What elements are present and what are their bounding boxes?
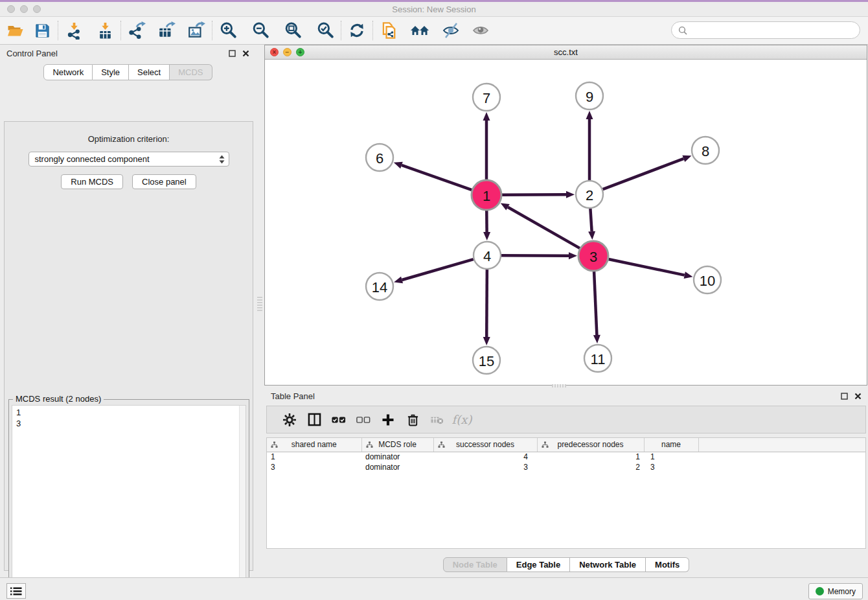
memory-button[interactable]: Memory <box>808 583 863 599</box>
column-header-successor-nodes[interactable]: successor nodes <box>433 438 537 452</box>
zoom-in-button[interactable] <box>217 19 239 41</box>
graph-edge[interactable] <box>590 209 591 231</box>
sort-icon <box>271 441 278 448</box>
apply-function-button[interactable]: f(x) <box>450 413 474 426</box>
table-row[interactable]: 1 dominator 4 1 1 <box>267 452 865 462</box>
deselect-all-button[interactable] <box>351 416 376 424</box>
table-header-row: shared name MCDS role successor nodes <box>267 438 865 452</box>
checked-boxes-icon <box>332 416 346 424</box>
tab-node-table[interactable]: Node Table <box>443 557 507 572</box>
graph-edge[interactable] <box>608 259 684 275</box>
network-window-titlebar[interactable]: × − + scc.txt <box>265 45 867 60</box>
network-close-icon[interactable]: × <box>270 48 279 56</box>
clone-network-button[interactable] <box>378 19 400 41</box>
network-window: × − + scc.txt 1234678910111415 <box>264 45 867 386</box>
float-panel-icon[interactable] <box>841 393 848 400</box>
delete-column-button[interactable] <box>400 413 425 426</box>
table-settings-button[interactable] <box>277 413 302 426</box>
search-box[interactable] <box>671 21 860 39</box>
tab-edge-table[interactable]: Edge Table <box>507 557 570 572</box>
toolbar-separator <box>120 21 121 40</box>
table-row[interactable]: 3 dominator 3 2 3 <box>267 462 865 472</box>
export-table-button[interactable] <box>155 19 177 41</box>
column-header-mcds-role[interactable]: MCDS role <box>361 438 433 452</box>
network-maximize-icon[interactable]: + <box>296 48 304 56</box>
column-header-predecessor-nodes[interactable]: predecessor nodes <box>537 438 644 452</box>
search-input[interactable] <box>691 25 853 35</box>
zoom-fit-button[interactable] <box>282 19 304 41</box>
tab-mcds[interactable]: MCDS <box>170 64 212 80</box>
graph-edge-arrowhead <box>586 111 593 119</box>
close-panel-button[interactable]: Close panel <box>132 174 196 189</box>
hide-selected-button[interactable] <box>440 19 462 41</box>
first-neighbors-button[interactable] <box>409 19 431 41</box>
select-all-button[interactable] <box>326 416 351 424</box>
status-bar: Memory <box>0 577 868 600</box>
graph-edge[interactable] <box>502 194 566 195</box>
window-title: Session: New Session <box>0 2 868 17</box>
list-icon <box>10 587 22 595</box>
run-mcds-button[interactable]: Run MCDS <box>61 174 123 189</box>
criterion-dropdown[interactable]: strongly connected component <box>29 152 229 167</box>
toolbar-separator <box>341 21 341 40</box>
export-network-button[interactable] <box>126 19 148 41</box>
save-icon <box>34 23 51 39</box>
column-header-shared-name[interactable]: shared name <box>267 438 361 452</box>
export-image-button[interactable] <box>185 19 207 41</box>
network-canvas[interactable]: 1234678910111415 <box>265 60 867 385</box>
close-panel-icon[interactable] <box>854 393 862 400</box>
clone-network-icon <box>379 21 398 40</box>
tab-motifs[interactable]: Motifs <box>646 557 689 572</box>
graph-edge-arrowhead <box>682 156 691 162</box>
graph-edge-arrowhead <box>684 271 693 279</box>
graph-edge[interactable] <box>402 259 474 280</box>
show-column-panel-button[interactable] <box>302 413 326 426</box>
graph-edge[interactable] <box>486 270 487 337</box>
tab-select[interactable]: Select <box>129 64 170 80</box>
delete-table-button[interactable] <box>425 415 450 424</box>
tab-network[interactable]: Network <box>43 64 93 80</box>
column-header-name[interactable]: name <box>644 438 698 452</box>
graph-edge[interactable] <box>594 271 597 335</box>
graph-edge[interactable] <box>508 207 580 248</box>
network-minimize-icon[interactable]: − <box>283 48 291 56</box>
result-scrollbar[interactable] <box>239 406 246 600</box>
vertical-splitter-grip[interactable] <box>257 297 262 311</box>
control-panel-tabs: Network Style Select MCDS <box>0 64 256 80</box>
save-session-button[interactable] <box>31 19 53 41</box>
graph-edge[interactable] <box>402 165 472 190</box>
mcds-result-textarea[interactable]: 1 3 <box>12 405 246 600</box>
maximize-window-icon[interactable] <box>33 5 41 13</box>
minimize-window-icon[interactable] <box>20 5 28 13</box>
os-titlebar: Session: New Session <box>0 2 868 17</box>
control-panel-header: Control Panel <box>0 45 256 62</box>
application-window: Session: New Session <box>0 0 868 600</box>
show-all-button[interactable] <box>470 19 492 41</box>
zoom-selected-button[interactable] <box>314 19 336 41</box>
graph-edge[interactable] <box>501 255 569 256</box>
close-panel-icon[interactable] <box>242 50 249 57</box>
table-panel-title: Table Panel <box>271 391 841 401</box>
refresh-view-button[interactable] <box>346 19 368 41</box>
float-panel-icon[interactable] <box>229 50 236 57</box>
zoom-out-button[interactable] <box>249 19 271 41</box>
memory-status-icon <box>816 587 824 595</box>
close-window-icon[interactable] <box>7 5 15 13</box>
import-network-button[interactable] <box>63 19 85 41</box>
import-table-button[interactable] <box>94 19 116 41</box>
network-graph: 1234678910111415 <box>265 60 867 385</box>
create-column-button[interactable] <box>376 413 400 426</box>
toolbar-separator <box>372 21 373 40</box>
open-session-button[interactable] <box>4 19 26 41</box>
table-tabs: Node Table Edge Table Network Table Moti… <box>264 557 868 572</box>
plus-icon <box>382 413 394 426</box>
result-line: 3 <box>16 418 246 429</box>
task-history-button[interactable] <box>6 583 26 599</box>
graph-edge[interactable] <box>603 159 684 189</box>
tab-network-table[interactable]: Network Table <box>570 557 646 572</box>
dropdown-stepper-icon <box>219 155 225 164</box>
graph-node-label: 14 <box>372 279 387 295</box>
graph-edge-arrowhead <box>483 112 490 121</box>
tab-style[interactable]: Style <box>93 64 129 80</box>
import-network-icon <box>65 22 83 40</box>
